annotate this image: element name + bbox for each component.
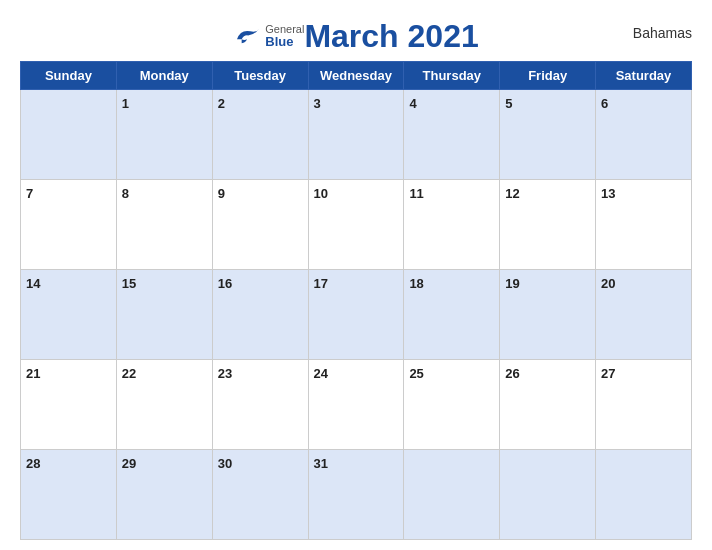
calendar-cell: 14	[21, 270, 117, 360]
calendar-cell: 19	[500, 270, 596, 360]
calendar-cell: 31	[308, 450, 404, 540]
day-number: 30	[218, 456, 232, 471]
calendar-cell: 24	[308, 360, 404, 450]
calendar-table: Sunday Monday Tuesday Wednesday Thursday…	[20, 61, 692, 540]
calendar-cell	[21, 90, 117, 180]
calendar-week-5: 28293031	[21, 450, 692, 540]
calendar-cell: 23	[212, 360, 308, 450]
calendar-week-3: 14151617181920	[21, 270, 692, 360]
calendar-cell: 2	[212, 90, 308, 180]
calendar-cell: 5	[500, 90, 596, 180]
calendar-cell: 1	[116, 90, 212, 180]
calendar-cell	[404, 450, 500, 540]
col-friday: Friday	[500, 62, 596, 90]
day-number: 9	[218, 186, 225, 201]
calendar-cell: 18	[404, 270, 500, 360]
day-number: 10	[314, 186, 328, 201]
calendar-cell: 27	[596, 360, 692, 450]
logo-blue: Blue	[265, 35, 304, 49]
day-number: 6	[601, 96, 608, 111]
day-number: 24	[314, 366, 328, 381]
calendar-week-1: 123456	[21, 90, 692, 180]
calendar-cell: 15	[116, 270, 212, 360]
calendar-cell: 11	[404, 180, 500, 270]
calendar-week-4: 21222324252627	[21, 360, 692, 450]
calendar-cell	[596, 450, 692, 540]
calendar-cell: 30	[212, 450, 308, 540]
day-number: 2	[218, 96, 225, 111]
calendar-cell: 13	[596, 180, 692, 270]
day-number: 26	[505, 366, 519, 381]
calendar-cell: 9	[212, 180, 308, 270]
calendar-cell: 22	[116, 360, 212, 450]
day-number: 18	[409, 276, 423, 291]
day-number: 5	[505, 96, 512, 111]
day-number: 27	[601, 366, 615, 381]
col-wednesday: Wednesday	[308, 62, 404, 90]
calendar-cell: 20	[596, 270, 692, 360]
calendar-cell: 3	[308, 90, 404, 180]
calendar-cell: 12	[500, 180, 596, 270]
logo: General Blue	[233, 23, 304, 49]
col-tuesday: Tuesday	[212, 62, 308, 90]
day-number: 23	[218, 366, 232, 381]
calendar-cell	[500, 450, 596, 540]
calendar-cell: 28	[21, 450, 117, 540]
day-number: 21	[26, 366, 40, 381]
day-number: 7	[26, 186, 33, 201]
col-thursday: Thursday	[404, 62, 500, 90]
calendar-week-2: 78910111213	[21, 180, 692, 270]
day-number: 13	[601, 186, 615, 201]
day-number: 20	[601, 276, 615, 291]
day-number: 16	[218, 276, 232, 291]
col-monday: Monday	[116, 62, 212, 90]
day-number: 17	[314, 276, 328, 291]
col-saturday: Saturday	[596, 62, 692, 90]
day-number: 31	[314, 456, 328, 471]
day-number: 25	[409, 366, 423, 381]
day-number: 12	[505, 186, 519, 201]
calendar-cell: 10	[308, 180, 404, 270]
day-number: 29	[122, 456, 136, 471]
calendar-header-row: Sunday Monday Tuesday Wednesday Thursday…	[21, 62, 692, 90]
day-number: 3	[314, 96, 321, 111]
calendar-cell: 8	[116, 180, 212, 270]
month-title: March 2021	[304, 18, 478, 55]
calendar-cell: 29	[116, 450, 212, 540]
calendar-cell: 4	[404, 90, 500, 180]
col-sunday: Sunday	[21, 62, 117, 90]
day-number: 28	[26, 456, 40, 471]
day-number: 19	[505, 276, 519, 291]
calendar-cell: 21	[21, 360, 117, 450]
day-number: 22	[122, 366, 136, 381]
day-number: 11	[409, 186, 423, 201]
calendar-body: 1234567891011121314151617181920212223242…	[21, 90, 692, 540]
logo-words: General Blue	[265, 23, 304, 49]
day-number: 8	[122, 186, 129, 201]
bird-icon	[233, 26, 261, 46]
calendar-header: General Blue March 2021 Bahamas	[20, 10, 692, 55]
day-number: 14	[26, 276, 40, 291]
calendar-cell: 6	[596, 90, 692, 180]
calendar-cell: 16	[212, 270, 308, 360]
country-label: Bahamas	[633, 25, 692, 41]
day-number: 15	[122, 276, 136, 291]
calendar-cell: 25	[404, 360, 500, 450]
calendar-cell: 7	[21, 180, 117, 270]
calendar-cell: 17	[308, 270, 404, 360]
day-number: 1	[122, 96, 129, 111]
calendar-cell: 26	[500, 360, 596, 450]
day-number: 4	[409, 96, 416, 111]
